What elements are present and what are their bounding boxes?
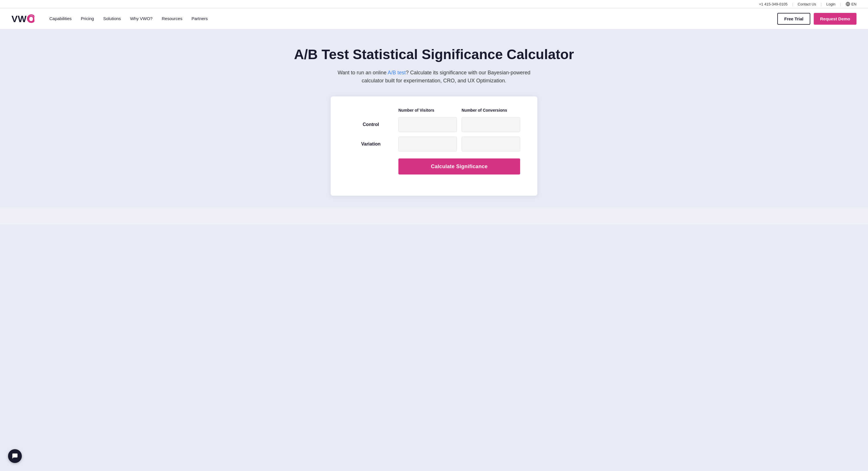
logo[interactable]: V W O (11, 13, 34, 24)
login-link[interactable]: Login (826, 2, 836, 6)
nav-link-capabilities[interactable]: Capabilities (50, 16, 72, 21)
row-label-variation: Variation (348, 142, 394, 147)
language-selector[interactable]: EN (846, 2, 857, 6)
phone-number: +1 415-349-0105 (759, 2, 787, 6)
nav-link-why-vwo[interactable]: Why VWO? (130, 16, 152, 21)
chat-icon (11, 452, 19, 460)
globe-icon (846, 2, 850, 6)
hero: A/B Test Statistical Significance Calcul… (0, 29, 868, 207)
divider-1: | (792, 2, 793, 6)
svg-text:O: O (28, 14, 34, 24)
calculator-card: Number of Visitors Number of Conversions… (331, 96, 537, 196)
nav-link-partners[interactable]: Partners (191, 16, 208, 21)
row-label-control: Control (348, 122, 394, 127)
divider-2: | (820, 2, 822, 6)
nav-item-pricing[interactable]: Pricing (81, 16, 94, 21)
subtitle-prefix: Want to run an online (338, 70, 388, 75)
calculator-grid: Number of Visitors Number of Conversions… (348, 108, 520, 175)
contact-us-link[interactable]: Contact Us (798, 2, 816, 6)
hero-section: A/B Test Statistical Significance Calcul… (0, 29, 868, 224)
variation-conversions-input[interactable] (462, 137, 520, 152)
nav-right: Free Trial Request Demo (777, 13, 857, 25)
control-conversions-input[interactable] (462, 117, 520, 132)
nav-item-why-vwo[interactable]: Why VWO? (130, 16, 152, 21)
svg-text:W: W (18, 14, 27, 24)
calculate-button-container: Calculate Significance (398, 158, 520, 175)
nav-links: Capabilities Pricing Solutions Why VWO? … (50, 16, 208, 21)
nav-left: V W O Capabilities Pricing Solutions (11, 13, 208, 24)
divider-3: | (840, 2, 841, 6)
hero-subtitle: Want to run an online A/B test? Calculat… (334, 69, 534, 85)
nav-item-solutions[interactable]: Solutions (103, 16, 121, 21)
nav-link-resources[interactable]: Resources (162, 16, 182, 21)
nav-link-solutions[interactable]: Solutions (103, 16, 121, 21)
col-header-conversions: Number of Conversions (462, 108, 520, 113)
top-bar: +1 415-349-0105 | Contact Us | Login | E… (0, 0, 868, 8)
control-visitors-input[interactable] (398, 117, 457, 132)
nav-item-partners[interactable]: Partners (191, 16, 208, 21)
nav-link-pricing[interactable]: Pricing (81, 16, 94, 21)
calculate-button[interactable]: Calculate Significance (398, 158, 520, 175)
nav-item-capabilities[interactable]: Capabilities (50, 16, 72, 21)
col-header-visitors: Number of Visitors (398, 108, 457, 113)
language-label: EN (851, 2, 857, 6)
chat-widget[interactable] (8, 449, 22, 463)
header: V W O Capabilities Pricing Solutions (0, 8, 868, 29)
page-title: A/B Test Statistical Significance Calcul… (6, 46, 862, 63)
nav-item-resources[interactable]: Resources (162, 16, 182, 21)
svg-text:V: V (11, 14, 18, 24)
free-trial-button[interactable]: Free Trial (777, 13, 810, 25)
variation-visitors-input[interactable] (398, 137, 457, 152)
ab-test-link[interactable]: A/B test (388, 70, 406, 75)
main-nav: Capabilities Pricing Solutions Why VWO? … (50, 16, 208, 21)
request-demo-button[interactable]: Request Demo (814, 13, 857, 25)
